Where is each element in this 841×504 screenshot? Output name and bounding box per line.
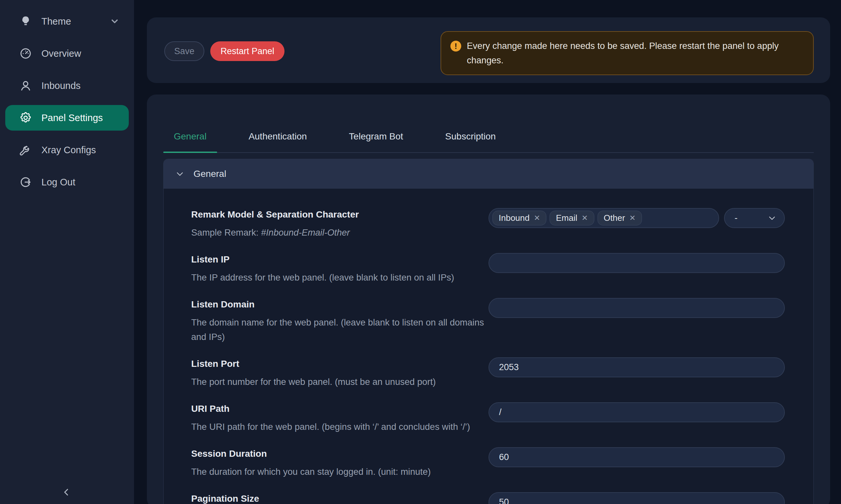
sidebar: Theme Overview Inbounds	[0, 0, 134, 504]
gauge-icon	[18, 46, 33, 61]
form-row-listen-domain: Listen Domain The domain name for the we…	[191, 298, 785, 344]
sidebar-item-inbounds[interactable]: Inbounds	[5, 73, 129, 98]
field-description: The URI path for the web panel. (begins …	[191, 420, 470, 434]
tab-general[interactable]: General	[163, 130, 217, 152]
sidebar-item-label: Log Out	[41, 177, 75, 188]
settings-card: General Authentication Telegram Bot Subs…	[147, 94, 830, 504]
field-label: URI Path	[191, 402, 470, 415]
logout-icon	[18, 175, 33, 189]
save-button[interactable]: Save	[164, 41, 204, 61]
general-form: Remark Model & Separation Character Samp…	[164, 189, 813, 504]
sidebar-item-xray-configs[interactable]: Xray Configs	[5, 137, 129, 163]
separator-select-value: -	[735, 213, 738, 223]
field-label: Remark Model & Separation Character	[191, 208, 359, 221]
tag-remove-icon[interactable]: ✕	[630, 214, 636, 222]
restart-panel-button[interactable]: Restart Panel	[210, 41, 285, 61]
chevron-down-icon	[175, 169, 184, 179]
field-description: Sample Remark: #Inbound-Email-Other	[191, 226, 359, 240]
listen-ip-input[interactable]	[488, 253, 785, 273]
field-label: Listen Domain	[191, 298, 487, 311]
sidebar-collapse-button[interactable]	[58, 484, 74, 500]
remark-model-multiselect[interactable]: Inbound ✕ Email ✕ Other ✕	[488, 208, 719, 228]
listen-domain-input[interactable]	[488, 298, 785, 318]
tab-subscription[interactable]: Subscription	[435, 130, 506, 152]
sample-remark-value: #Inbound-Email-Other	[261, 228, 350, 237]
tag-inbound: Inbound ✕	[493, 211, 546, 226]
form-row-session-duration: Session Duration The duration for which …	[191, 447, 785, 479]
tag-email: Email ✕	[550, 211, 594, 226]
toolbar-card: Save Restart Panel ! Every change made h…	[147, 17, 830, 83]
section-title: General	[193, 169, 226, 179]
bulb-icon	[18, 14, 33, 29]
warning-alert: ! Every change made here needs to be sav…	[441, 31, 814, 75]
field-description: The IP address for the web panel. (leave…	[191, 270, 454, 285]
field-description: The duration for which you can stay logg…	[191, 465, 431, 479]
separator-select[interactable]: -	[724, 208, 785, 228]
uri-path-input[interactable]	[488, 402, 785, 422]
chevron-left-icon	[61, 487, 72, 498]
user-icon	[18, 78, 33, 93]
field-label: Session Duration	[191, 447, 431, 461]
tab-authentication[interactable]: Authentication	[238, 130, 317, 152]
pagination-size-input[interactable]	[488, 492, 785, 504]
field-description: The domain name for the web panel. (leav…	[191, 315, 487, 344]
listen-port-input[interactable]	[488, 357, 785, 377]
chevron-down-icon	[768, 214, 776, 222]
sidebar-item-label: Overview	[41, 48, 81, 59]
tag-remove-icon[interactable]: ✕	[582, 214, 588, 222]
general-collapse-header[interactable]: General	[164, 159, 813, 189]
sidebar-item-overview[interactable]: Overview	[5, 41, 129, 66]
form-row-remark-model: Remark Model & Separation Character Samp…	[191, 208, 785, 240]
sidebar-item-label: Xray Configs	[41, 145, 96, 156]
field-label: Pagination Size	[191, 492, 259, 504]
sidebar-item-panel-settings[interactable]: Panel Settings	[5, 105, 129, 131]
tag-remove-icon[interactable]: ✕	[534, 214, 540, 222]
settings-tabs: General Authentication Telegram Bot Subs…	[163, 130, 814, 153]
sidebar-item-label: Panel Settings	[41, 112, 103, 123]
form-row-uri-path: URI Path The URI path for the web panel.…	[191, 402, 785, 434]
session-duration-input[interactable]	[488, 447, 785, 467]
sidebar-item-logout[interactable]: Log Out	[5, 169, 129, 195]
sidebar-item-label: Theme	[41, 16, 71, 27]
field-label: Listen Port	[191, 357, 435, 371]
sidebar-item-theme[interactable]: Theme	[5, 8, 129, 34]
sidebar-item-label: Inbounds	[41, 80, 81, 91]
field-description: The port number for the web panel. (must…	[191, 375, 435, 389]
wrench-icon	[18, 143, 33, 157]
form-row-listen-port: Listen Port The port number for the web …	[191, 357, 785, 389]
form-row-listen-ip: Listen IP The IP address for the web pan…	[191, 253, 785, 285]
tab-telegram-bot[interactable]: Telegram Bot	[338, 130, 414, 152]
general-collapse-panel: General Remark Model & Separation Charac…	[163, 159, 814, 504]
warning-alert-text: Every change made here needs to be saved…	[467, 39, 802, 68]
gear-icon	[18, 111, 33, 125]
chevron-down-icon	[110, 16, 120, 26]
form-row-pagination-size: Pagination Size	[191, 492, 785, 504]
tag-other: Other ✕	[598, 211, 642, 226]
field-label: Listen IP	[191, 253, 454, 266]
warning-icon: !	[450, 41, 461, 52]
